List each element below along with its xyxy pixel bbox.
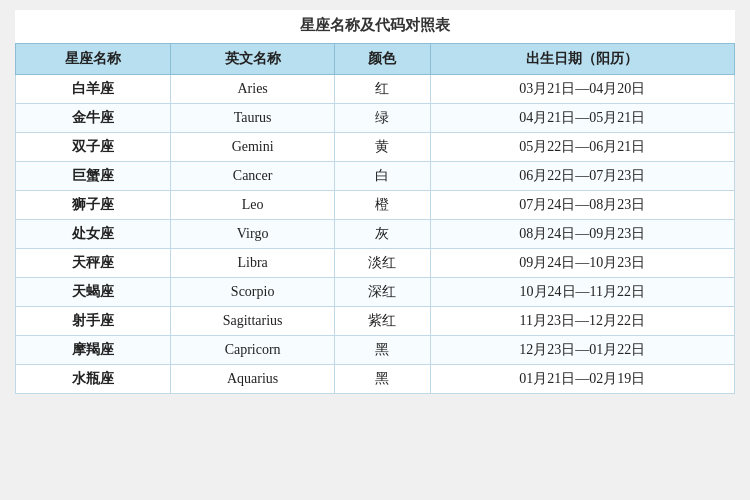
table-row: 白羊座Aries红03月21日—04月20日 — [16, 75, 735, 104]
cell-color: 黑 — [334, 336, 430, 365]
cell-dates: 07月24日—08月23日 — [430, 191, 734, 220]
cell-zh: 摩羯座 — [16, 336, 171, 365]
cell-dates: 05月22日—06月21日 — [430, 133, 734, 162]
cell-en: Cancer — [171, 162, 335, 191]
cell-dates: 03月21日—04月20日 — [430, 75, 734, 104]
cell-en: Sagittarius — [171, 307, 335, 336]
table-row: 金牛座Taurus绿04月21日—05月21日 — [16, 104, 735, 133]
col-header-en: 英文名称 — [171, 44, 335, 75]
cell-zh: 水瓶座 — [16, 365, 171, 394]
cell-en: Libra — [171, 249, 335, 278]
cell-color: 灰 — [334, 220, 430, 249]
table-row: 摩羯座Capricorn黑12月23日—01月22日 — [16, 336, 735, 365]
cell-en: Leo — [171, 191, 335, 220]
table-row: 天蝎座Scorpio深红10月24日—11月22日 — [16, 278, 735, 307]
cell-color: 深红 — [334, 278, 430, 307]
cell-dates: 12月23日—01月22日 — [430, 336, 734, 365]
cell-color: 黄 — [334, 133, 430, 162]
cell-dates: 11月23日—12月22日 — [430, 307, 734, 336]
table-row: 狮子座Leo橙07月24日—08月23日 — [16, 191, 735, 220]
col-header-color: 颜色 — [334, 44, 430, 75]
table-header-row: 星座名称 英文名称 颜色 出生日期（阳历） — [16, 44, 735, 75]
cell-dates: 10月24日—11月22日 — [430, 278, 734, 307]
cell-zh: 天秤座 — [16, 249, 171, 278]
table-row: 双子座Gemini黄05月22日—06月21日 — [16, 133, 735, 162]
cell-zh: 狮子座 — [16, 191, 171, 220]
cell-dates: 01月21日—02月19日 — [430, 365, 734, 394]
cell-zh: 双子座 — [16, 133, 171, 162]
cell-en: Scorpio — [171, 278, 335, 307]
cell-color: 红 — [334, 75, 430, 104]
cell-en: Taurus — [171, 104, 335, 133]
table-row: 射手座Sagittarius紫红11月23日—12月22日 — [16, 307, 735, 336]
table-row: 天秤座Libra淡红09月24日—10月23日 — [16, 249, 735, 278]
cell-zh: 金牛座 — [16, 104, 171, 133]
table-row: 巨蟹座Cancer白06月22日—07月23日 — [16, 162, 735, 191]
table-row: 处女座Virgo灰08月24日—09月23日 — [16, 220, 735, 249]
table-body: 白羊座Aries红03月21日—04月20日金牛座Taurus绿04月21日—0… — [16, 75, 735, 394]
cell-color: 白 — [334, 162, 430, 191]
cell-color: 绿 — [334, 104, 430, 133]
cell-dates: 04月21日—05月21日 — [430, 104, 734, 133]
table-row: 水瓶座Aquarius黑01月21日—02月19日 — [16, 365, 735, 394]
cell-zh: 处女座 — [16, 220, 171, 249]
cell-zh: 射手座 — [16, 307, 171, 336]
cell-color: 淡红 — [334, 249, 430, 278]
cell-zh: 白羊座 — [16, 75, 171, 104]
col-header-zh: 星座名称 — [16, 44, 171, 75]
cell-dates: 09月24日—10月23日 — [430, 249, 734, 278]
page-title: 星座名称及代码对照表 — [15, 10, 735, 43]
cell-color: 黑 — [334, 365, 430, 394]
cell-color: 橙 — [334, 191, 430, 220]
cell-color: 紫红 — [334, 307, 430, 336]
cell-en: Gemini — [171, 133, 335, 162]
cell-en: Virgo — [171, 220, 335, 249]
cell-zh: 巨蟹座 — [16, 162, 171, 191]
cell-zh: 天蝎座 — [16, 278, 171, 307]
cell-en: Aries — [171, 75, 335, 104]
cell-dates: 06月22日—07月23日 — [430, 162, 734, 191]
cell-en: Capricorn — [171, 336, 335, 365]
col-header-dates: 出生日期（阳历） — [430, 44, 734, 75]
cell-dates: 08月24日—09月23日 — [430, 220, 734, 249]
main-container: 星座名称及代码对照表 星座名称 英文名称 颜色 出生日期（阳历） 白羊座Arie… — [15, 10, 735, 394]
cell-en: Aquarius — [171, 365, 335, 394]
zodiac-table: 星座名称 英文名称 颜色 出生日期（阳历） 白羊座Aries红03月21日—04… — [15, 43, 735, 394]
